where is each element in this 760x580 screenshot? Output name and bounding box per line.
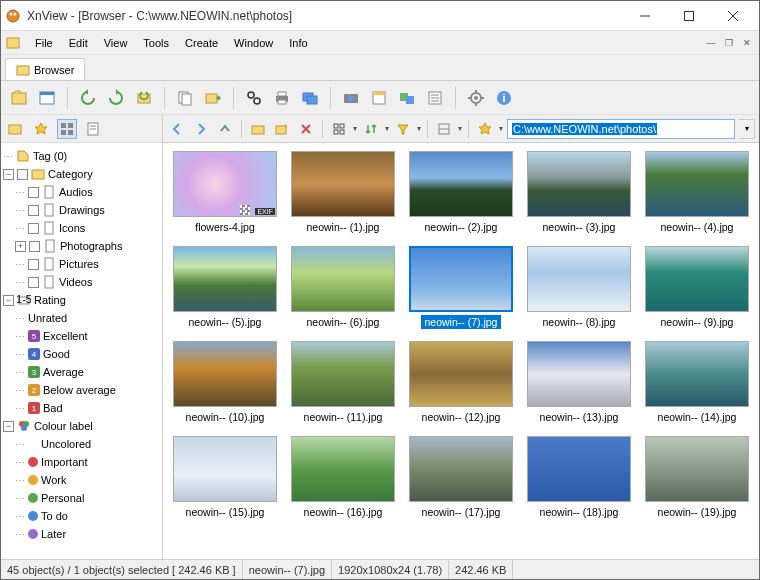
tree-rating-below-average[interactable]: ⋯2Below average xyxy=(3,381,160,399)
checkbox-icon[interactable] xyxy=(29,241,40,252)
mdi-icon[interactable] xyxy=(5,35,21,51)
maximize-button[interactable] xyxy=(667,2,711,30)
checkbox-icon[interactable] xyxy=(28,259,39,270)
tree-colour-uncolored[interactable]: ⋯Uncolored xyxy=(3,435,160,453)
thumbnail-item[interactable]: neowin-- (11).jpg xyxy=(289,341,397,424)
tree-rating[interactable]: −1-5Rating xyxy=(3,291,160,309)
back-button[interactable] xyxy=(167,119,187,139)
tree-cat-videos[interactable]: ⋯Videos xyxy=(3,273,160,291)
menu-create[interactable]: Create xyxy=(177,34,226,52)
categories-button[interactable] xyxy=(57,119,77,139)
tree-toggle-icon[interactable]: − xyxy=(3,421,14,432)
open-folder-button[interactable] xyxy=(248,119,268,139)
menu-window[interactable]: Window xyxy=(226,34,281,52)
menu-view[interactable]: View xyxy=(96,34,136,52)
tree-toggle-icon[interactable]: + xyxy=(15,241,26,252)
favorite-add-button[interactable] xyxy=(475,119,495,139)
filter-button[interactable] xyxy=(393,119,413,139)
new-folder-button[interactable] xyxy=(272,119,292,139)
favorites-button[interactable] xyxy=(31,119,51,139)
checkbox-icon[interactable] xyxy=(28,277,39,288)
thumbnail-item[interactable]: neowin-- (12).jpg xyxy=(407,341,515,424)
tree-rating-bad[interactable]: ⋯1Bad xyxy=(3,399,160,417)
tree-cat-icons[interactable]: ⋯Icons xyxy=(3,219,160,237)
tree-colour-later[interactable]: ⋯Later xyxy=(3,525,160,543)
tree-rating-average[interactable]: ⋯3Average xyxy=(3,363,160,381)
thumbnail-item[interactable]: neowin-- (5).jpg xyxy=(171,246,279,329)
tree-cat-audios[interactable]: ⋯Audios xyxy=(3,183,160,201)
tree-colourlabel[interactable]: −Colour label xyxy=(3,417,160,435)
mdi-minimize-button[interactable]: ― xyxy=(703,36,719,50)
info-button[interactable] xyxy=(83,119,103,139)
checkbox-icon[interactable] xyxy=(17,169,28,180)
checkbox-icon[interactable] xyxy=(28,223,39,234)
thumbnail-item[interactable]: neowin-- (3).jpg xyxy=(525,151,633,234)
thumbnail-item[interactable]: neowin-- (8).jpg xyxy=(525,246,633,329)
thumbnail-item[interactable]: neowin-- (16).jpg xyxy=(289,436,397,519)
thumbnail-pane[interactable]: EXIFflowers-4.jpgneowin-- (1).jpgneowin-… xyxy=(163,143,759,559)
about-button[interactable]: i xyxy=(492,86,516,110)
checkbox-icon[interactable] xyxy=(28,187,39,198)
address-dropdown[interactable]: ▾ xyxy=(739,119,755,139)
thumbnail-item[interactable]: neowin-- (7).jpg xyxy=(407,246,515,329)
tree-colour-important[interactable]: ⋯Important xyxy=(3,453,160,471)
menu-info[interactable]: Info xyxy=(281,34,315,52)
convert-button[interactable] xyxy=(367,86,391,110)
tree-rating-good[interactable]: ⋯4Good xyxy=(3,345,160,363)
layout-button[interactable] xyxy=(434,119,454,139)
thumbnail-item[interactable]: neowin-- (18).jpg xyxy=(525,436,633,519)
tree-rating-unrated[interactable]: ⋯Unrated xyxy=(3,309,160,327)
thumbnail-item[interactable]: neowin-- (4).jpg xyxy=(643,151,751,234)
tree-category[interactable]: −Category xyxy=(3,165,160,183)
thumbnail-item[interactable]: neowin-- (19).jpg xyxy=(643,436,751,519)
fullscreen-button[interactable] xyxy=(35,86,59,110)
settings-button[interactable] xyxy=(464,86,488,110)
delete-button[interactable] xyxy=(296,119,316,139)
thumbnail-item[interactable]: neowin-- (10).jpg xyxy=(171,341,279,424)
menu-file[interactable]: File xyxy=(27,34,61,52)
tree-colour-to-do[interactable]: ⋯To do xyxy=(3,507,160,525)
sort-button[interactable] xyxy=(361,119,381,139)
menu-edit[interactable]: Edit xyxy=(61,34,96,52)
tree-rating-excellent[interactable]: ⋯5Excellent xyxy=(3,327,160,345)
open-button[interactable] xyxy=(7,86,31,110)
slideshow-button[interactable] xyxy=(298,86,322,110)
menu-tools[interactable]: Tools xyxy=(135,34,177,52)
tab-browser[interactable]: Browser xyxy=(5,58,85,80)
thumbnail-item[interactable]: neowin-- (13).jpg xyxy=(525,341,633,424)
tree-colour-work[interactable]: ⋯Work xyxy=(3,471,160,489)
thumbnail-item[interactable]: neowin-- (9).jpg xyxy=(643,246,751,329)
rotate-right-button[interactable] xyxy=(104,86,128,110)
thumbnail-item[interactable]: neowin-- (15).jpg xyxy=(171,436,279,519)
thumbnail-item[interactable]: neowin-- (6).jpg xyxy=(289,246,397,329)
search-button[interactable] xyxy=(242,86,266,110)
thumbnail-item[interactable]: neowin-- (14).jpg xyxy=(643,341,751,424)
refresh-button[interactable] xyxy=(132,86,156,110)
tree-folder-button[interactable] xyxy=(5,119,25,139)
view-mode-button[interactable] xyxy=(329,119,349,139)
forward-button[interactable] xyxy=(191,119,211,139)
close-button[interactable] xyxy=(711,2,755,30)
tree-cat-pictures[interactable]: ⋯Pictures xyxy=(3,255,160,273)
tree-tag[interactable]: ⋯Tag (0) xyxy=(3,147,160,165)
minimize-button[interactable] xyxy=(623,2,667,30)
tree-cat-photographs[interactable]: +Photographs xyxy=(3,237,160,255)
tree-colour-personal[interactable]: ⋯Personal xyxy=(3,489,160,507)
print-button[interactable] xyxy=(270,86,294,110)
batch-button[interactable] xyxy=(395,86,419,110)
thumbnail-item[interactable]: neowin-- (17).jpg xyxy=(407,436,515,519)
up-button[interactable] xyxy=(215,119,235,139)
tree-toggle-icon[interactable]: − xyxy=(3,295,14,306)
capture-button[interactable] xyxy=(339,86,363,110)
copy-button[interactable] xyxy=(173,86,197,110)
address-bar[interactable]: C:\www.NEOWIN.net\photos\ xyxy=(507,119,735,139)
mdi-close-button[interactable]: ✕ xyxy=(739,36,755,50)
rotate-left-button[interactable] xyxy=(76,86,100,110)
move-button[interactable] xyxy=(201,86,225,110)
tree-toggle-icon[interactable]: − xyxy=(3,169,14,180)
checkbox-icon[interactable] xyxy=(28,205,39,216)
thumbnail-item[interactable]: neowin-- (1).jpg xyxy=(289,151,397,234)
thumbnail-item[interactable]: EXIFflowers-4.jpg xyxy=(171,151,279,234)
tree-cat-drawings[interactable]: ⋯Drawings xyxy=(3,201,160,219)
list-button[interactable] xyxy=(423,86,447,110)
